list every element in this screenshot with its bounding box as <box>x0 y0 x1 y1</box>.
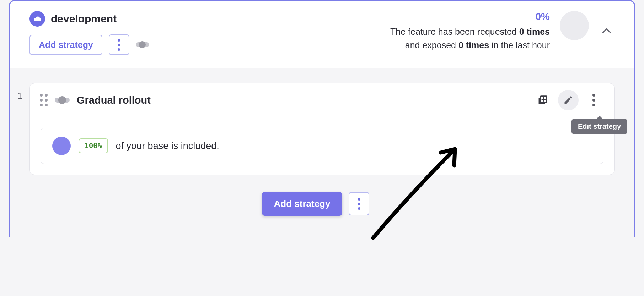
edit-strategy-tooltip: Edit strategy <box>571 119 627 134</box>
more-vertical-icon <box>118 39 120 51</box>
add-strategy-button[interactable]: Add strategy <box>29 35 102 55</box>
rollout-indicator-icon <box>52 137 71 155</box>
add-strategy-menu-button-bottom[interactable] <box>349 192 369 215</box>
rollout-percentage-badge: 100% <box>79 138 108 153</box>
add-strategy-button-bottom[interactable]: Add strategy <box>262 192 343 216</box>
drag-handle-icon[interactable] <box>40 94 48 106</box>
stats-line-2: and exposed 0 times in the last hour <box>390 39 550 52</box>
strategies-list: 1 Gradual rollout <box>10 68 634 237</box>
more-vertical-icon <box>592 94 595 106</box>
edit-strategy-button[interactable] <box>558 90 579 110</box>
rollout-summary: 100% of your base is included. <box>41 128 603 164</box>
stats-percentage: 0% <box>390 11 550 22</box>
strategy-more-button[interactable] <box>584 90 604 110</box>
more-vertical-icon <box>358 198 360 210</box>
stats-block: 0% The feature has been requested 0 time… <box>390 11 550 52</box>
stats-chart-placeholder <box>560 11 589 40</box>
copy-plus-icon <box>537 95 548 105</box>
pencil-icon <box>563 95 573 105</box>
strategy-toggle[interactable] <box>55 98 70 103</box>
environment-card: development Add strategy 0% The feature … <box>9 0 635 237</box>
environment-toggle[interactable] <box>136 42 149 47</box>
cloud-icon <box>29 11 45 27</box>
environment-name: development <box>51 13 117 25</box>
strategy-card: Gradual rollout Edit strategy <box>29 83 615 175</box>
environment-header: development Add strategy 0% The feature … <box>10 1 634 68</box>
collapse-button[interactable] <box>599 25 615 38</box>
strategy-index: 1 <box>17 91 23 101</box>
strategy-menu-button[interactable] <box>109 34 129 55</box>
rollout-text: of your base is included. <box>116 141 219 152</box>
strategy-title: Gradual rollout <box>77 94 151 106</box>
chevron-up-icon <box>602 28 612 34</box>
copy-strategy-button[interactable] <box>532 90 553 110</box>
stats-line-1: The feature has been requested 0 times <box>390 25 550 39</box>
